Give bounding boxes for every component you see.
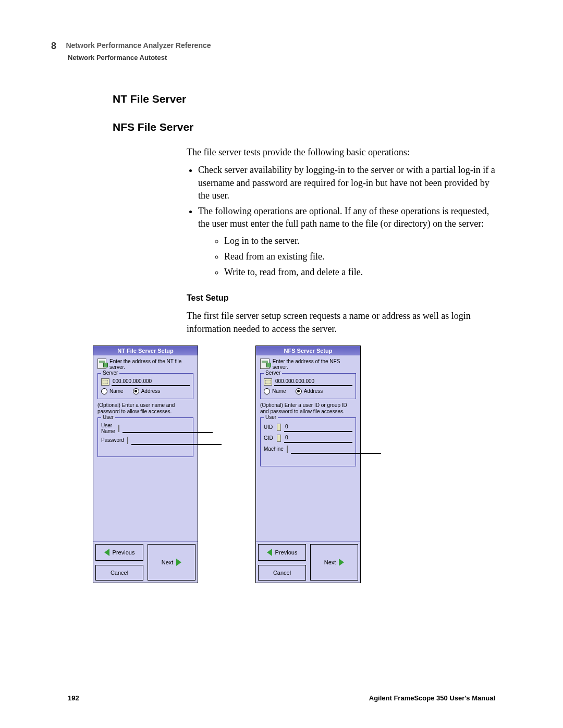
- next-button[interactable]: Next: [148, 544, 195, 581]
- dialog-instruction: Enter the address of the NT file server.: [109, 359, 193, 370]
- previous-button[interactable]: Previous: [95, 544, 143, 561]
- radio-address[interactable]: Address: [133, 388, 161, 394]
- server-legend: Server: [264, 370, 282, 376]
- keyboard-icon[interactable]: [101, 378, 109, 386]
- list-item: The following operations are optional. I…: [198, 205, 495, 278]
- cancel-button-label: Cancel: [273, 570, 291, 576]
- radio-dot-icon: [133, 388, 139, 394]
- machine-input[interactable]: [291, 445, 381, 454]
- operations-sublist: Log in to the server. Read from an exist…: [213, 235, 495, 279]
- user-fieldset: User UID GID Machine: [260, 417, 356, 466]
- list-item-text: The following operations are optional. I…: [198, 206, 489, 229]
- list-item: Read from an existing file.: [224, 250, 495, 263]
- user-fieldset: User User Name Password: [97, 417, 193, 457]
- user-legend: User: [101, 414, 115, 420]
- server-icon: [260, 359, 270, 369]
- arrow-right-icon: [176, 559, 181, 566]
- keyboard-icon[interactable]: [264, 378, 272, 386]
- username-label: User Name: [101, 423, 115, 434]
- running-head: 8 Network Performance Analyzer Reference…: [51, 41, 495, 61]
- uid-label: UID: [264, 424, 274, 430]
- radio-name-label: Name: [109, 388, 124, 394]
- dialog-title: NFS Server Setup: [256, 346, 360, 355]
- page: 8 Network Performance Analyzer Reference…: [0, 0, 563, 728]
- radio-address[interactable]: Address: [296, 388, 323, 394]
- radio-name[interactable]: Name: [264, 388, 286, 394]
- cancel-button[interactable]: Cancel: [95, 565, 143, 581]
- user-legend: User: [264, 414, 278, 420]
- next-button-label: Next: [162, 559, 174, 565]
- arrow-left-icon: [267, 549, 272, 556]
- list-item: Log in to the server.: [224, 235, 495, 247]
- machine-label: Machine: [264, 446, 284, 452]
- next-button-label: Next: [324, 559, 336, 565]
- optional-note: (Optional) Enter a user ID or group ID a…: [260, 402, 356, 415]
- arrow-left-icon: [104, 549, 109, 556]
- nfs-server-setup-dialog: NFS Server Setup Enter the address of th…: [255, 346, 361, 583]
- radio-dot-icon: [101, 388, 107, 394]
- password-input[interactable]: [131, 436, 222, 445]
- running-head-main: Network Performance Analyzer Reference: [66, 41, 211, 50]
- dialog-title: NT File Server Setup: [93, 346, 198, 355]
- chapter-number: 8: [51, 41, 56, 52]
- page-number: 192: [68, 694, 79, 702]
- server-icon: [97, 359, 106, 369]
- server-fieldset: Server Name Address: [97, 373, 193, 399]
- dialog-buttons: Previous Next Cancel: [93, 541, 198, 583]
- test-setup-text: The first file server setup screen reque…: [187, 310, 495, 335]
- dialog-instruction: Enter the address of the NFS server.: [273, 359, 356, 370]
- server-address-input[interactable]: [274, 378, 352, 386]
- manual-title: Agilent FrameScope 350 User's Manual: [369, 694, 495, 702]
- next-button[interactable]: Next: [310, 544, 358, 581]
- radio-address-label: Address: [141, 388, 161, 394]
- running-head-sub: Network Performance Autotest: [68, 54, 495, 61]
- gid-input[interactable]: [284, 434, 352, 443]
- cancel-button[interactable]: Cancel: [258, 565, 306, 581]
- dialog-body: Enter the address of the NT file server.…: [93, 355, 198, 541]
- radio-name-label: Name: [272, 388, 286, 394]
- radio-dot-icon: [264, 388, 270, 394]
- radio-dot-icon: [296, 388, 302, 394]
- keyboard-icon[interactable]: [118, 425, 119, 432]
- gid-label: GID: [264, 435, 274, 441]
- heading-test-setup: Test Setup: [187, 292, 495, 304]
- arrow-right-icon: [339, 559, 344, 566]
- optional-note: (Optional) Enter a user name and passwor…: [97, 402, 193, 415]
- heading-nt-file-server: NT File Server: [113, 93, 495, 105]
- uid-input[interactable]: [284, 423, 352, 432]
- operations-list: Check server availability by logging-in …: [187, 164, 495, 278]
- heading-nfs-file-server: NFS File Server: [113, 121, 495, 133]
- previous-button[interactable]: Previous: [258, 544, 306, 561]
- keyboard-icon[interactable]: [277, 435, 281, 442]
- screenshots-row: NT File Server Setup Enter the address o…: [93, 346, 495, 583]
- list-item: Check server availability by logging-in …: [198, 164, 495, 202]
- radio-address-label: Address: [304, 388, 323, 394]
- keyboard-icon[interactable]: [287, 446, 288, 453]
- previous-button-label: Previous: [113, 549, 135, 556]
- cancel-button-label: Cancel: [111, 570, 128, 576]
- page-footer: 192 Agilent FrameScope 350 User's Manual: [68, 694, 495, 702]
- dialog-body: Enter the address of the NFS server. Ser…: [256, 355, 360, 541]
- previous-button-label: Previous: [275, 549, 298, 556]
- keyboard-icon[interactable]: [127, 437, 128, 444]
- radio-name[interactable]: Name: [101, 388, 124, 394]
- dialog-buttons: Previous Next Cancel: [256, 541, 360, 583]
- body-column: The file server tests provide the follow…: [187, 146, 495, 335]
- server-legend: Server: [101, 370, 119, 376]
- server-fieldset: Server Name Address: [260, 373, 356, 399]
- keyboard-icon[interactable]: [277, 424, 281, 431]
- nt-file-server-setup-dialog: NT File Server Setup Enter the address o…: [93, 346, 198, 583]
- intro-text: The file server tests provide the follow…: [187, 146, 495, 158]
- password-label: Password: [101, 437, 124, 443]
- username-input[interactable]: [123, 424, 213, 433]
- server-address-input[interactable]: [112, 378, 190, 386]
- list-item: Write to, read from, and delete a file.: [224, 266, 495, 278]
